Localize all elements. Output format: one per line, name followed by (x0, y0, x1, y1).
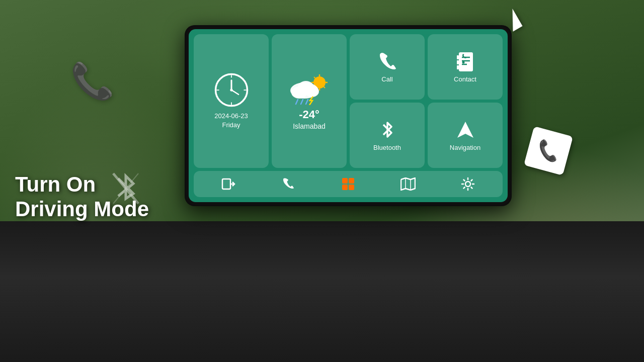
svg-point-41 (465, 182, 470, 187)
contact-label: Contact (454, 75, 476, 83)
tile-bluetooth[interactable]: Bluetooth (350, 103, 425, 168)
svg-line-15 (314, 77, 315, 78)
nav-apps-button[interactable] (338, 173, 359, 195)
svg-line-16 (324, 86, 325, 88)
tile-weather[interactable]: -24° Islamabad (272, 34, 347, 168)
clock-date: 2024-06-23 Friday (214, 112, 248, 130)
dashboard (0, 221, 644, 362)
svg-marker-32 (457, 122, 473, 138)
bottom-nav-bar (194, 171, 503, 197)
overlay-line1: Turn On (15, 172, 149, 197)
svg-line-23 (306, 100, 308, 104)
screen-bezel: 2024-06-23 Friday (185, 25, 512, 206)
tile-call[interactable]: Call (350, 34, 425, 100)
car-screen: 2024-06-23 Friday (189, 29, 508, 202)
main-grid: 2024-06-23 Friday (194, 34, 503, 168)
bluetooth-label: Bluetooth (373, 144, 401, 151)
svg-point-5 (230, 88, 232, 91)
svg-rect-30 (457, 65, 459, 69)
svg-point-31 (462, 61, 464, 63)
nav-phone-button[interactable] (278, 173, 299, 195)
tile-navigation[interactable]: Navigation (428, 103, 503, 168)
svg-rect-38 (349, 185, 354, 190)
nav-exit-button[interactable] (218, 173, 239, 195)
svg-line-21 (296, 100, 298, 104)
svg-rect-29 (457, 60, 459, 64)
svg-rect-37 (342, 185, 348, 190)
clock-date-value: 2024-06-23 (214, 112, 248, 120)
svg-point-20 (298, 81, 314, 94)
svg-rect-24 (459, 52, 473, 71)
overlay-line2: Driving Mode (15, 197, 149, 221)
clock-day: Friday (222, 121, 240, 129)
overlay-text: Turn On Driving Mode (15, 172, 149, 221)
tile-clock[interactable]: 2024-06-23 Friday (194, 34, 269, 168)
weather-temperature: -24° (299, 108, 319, 121)
tile-contact[interactable]: Contact (428, 34, 503, 100)
svg-rect-35 (342, 178, 348, 184)
svg-rect-28 (457, 55, 459, 59)
svg-rect-33 (222, 179, 230, 189)
svg-rect-36 (349, 178, 354, 184)
phone-decoration-left: 📞 (70, 60, 114, 102)
weather-city: Islamabad (293, 122, 326, 130)
call-label: Call (381, 75, 392, 83)
nav-settings-button[interactable] (457, 173, 478, 195)
svg-line-22 (301, 100, 303, 104)
navigation-label: Navigation (450, 144, 480, 151)
nav-map-button[interactable] (397, 173, 419, 195)
